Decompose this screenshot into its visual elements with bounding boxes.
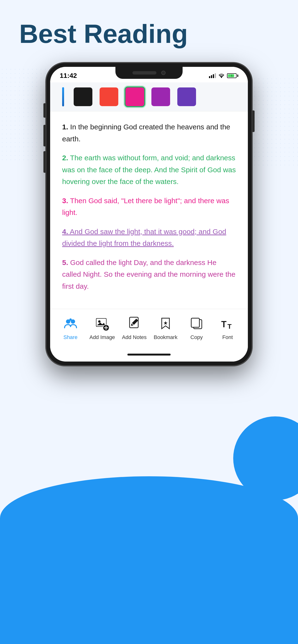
font-button[interactable]: T T Font: [215, 315, 239, 340]
verse-2: 2. The earth was without form, and void;…: [62, 152, 236, 188]
font-icon: T T: [219, 315, 236, 332]
verse-3: 3. Then God said, "Let there be light"; …: [62, 195, 236, 218]
verse-5: 5. God called the light Day, and the dar…: [62, 256, 236, 292]
add-image-button[interactable]: Add Image: [89, 315, 115, 340]
bg-blue-shape: [0, 476, 298, 644]
signal-bars-icon: [209, 73, 216, 78]
share-icon: [62, 315, 79, 332]
copy-button[interactable]: Copy: [185, 315, 209, 340]
wifi-icon: [218, 73, 225, 78]
app-title: Best Reading: [19, 19, 279, 48]
svg-point-6: [98, 320, 100, 323]
color-swatch-red[interactable]: [100, 88, 118, 106]
status-icons: [209, 73, 238, 78]
phone-frame: 11:42: [46, 62, 252, 366]
svg-point-0: [221, 77, 222, 78]
share-label: Share: [63, 334, 77, 340]
add-image-icon: [94, 315, 111, 332]
verse-1: 1. In the beginning God created the heav…: [62, 121, 236, 145]
phone-screen: 11:42: [50, 67, 248, 362]
notch-speaker: [132, 71, 157, 74]
svg-rect-11: [191, 318, 199, 327]
bottom-toolbar: Share: [50, 309, 248, 350]
battery-icon: [227, 73, 238, 78]
copy-label: Copy: [191, 334, 203, 340]
color-swatch-purple-light[interactable]: [177, 88, 196, 106]
phone-wrapper: 11:42: [0, 62, 298, 371]
header: Best Reading: [0, 0, 298, 55]
bible-content: 1. In the beginning God created the heav…: [50, 112, 248, 309]
volume-up-button: [43, 125, 46, 146]
status-time: 11:42: [60, 72, 77, 80]
home-bar: [127, 354, 171, 356]
notch-camera: [161, 71, 166, 75]
bookmark-button[interactable]: Bookmark: [154, 315, 178, 340]
add-notes-label: Add Notes: [122, 334, 146, 340]
power-button: [252, 110, 255, 132]
phone-notch: [115, 67, 183, 79]
font-label: Font: [222, 334, 233, 340]
share-button[interactable]: Share: [59, 315, 83, 340]
svg-point-3: [69, 318, 72, 321]
bookmark-label: Bookmark: [154, 334, 178, 340]
color-selector-bar: [50, 82, 248, 112]
add-notes-button[interactable]: Add Notes: [122, 315, 146, 340]
add-notes-icon: [126, 315, 143, 332]
home-indicator: [50, 350, 248, 362]
volume-down-button: [43, 151, 46, 173]
svg-text:T: T: [221, 319, 226, 329]
add-image-label: Add Image: [89, 334, 115, 340]
verse-4: 4. And God saw the light, that it was go…: [62, 226, 236, 250]
svg-text:T: T: [227, 323, 232, 330]
silent-button: [43, 103, 46, 118]
color-indicator: [62, 87, 64, 106]
color-swatch-black[interactable]: [74, 88, 92, 106]
color-swatch-purple-dark[interactable]: [152, 88, 170, 106]
color-swatch-pink[interactable]: [125, 88, 144, 106]
copy-icon: [188, 315, 205, 332]
bookmark-icon: [157, 315, 174, 332]
